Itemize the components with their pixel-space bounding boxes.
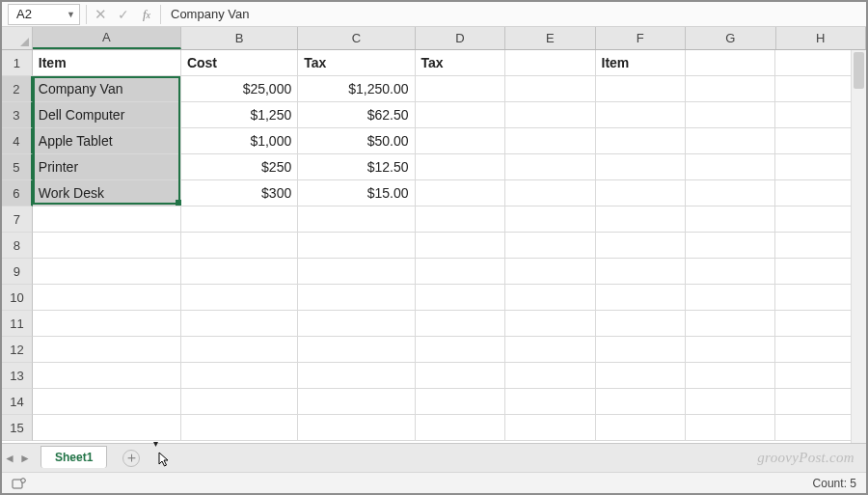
cell-B15[interactable] (181, 415, 298, 441)
cell-F9[interactable] (596, 259, 686, 285)
cell-C13[interactable] (298, 363, 415, 389)
grid[interactable]: 1ItemCostTaxTaxItem2Company Van$25,000$1… (2, 50, 866, 443)
cell-D11[interactable] (416, 311, 505, 337)
cell-C10[interactable] (298, 285, 415, 311)
cell-C1[interactable]: Tax (298, 50, 415, 76)
row-header-15[interactable]: 15 (2, 415, 33, 441)
row-header-11[interactable]: 11 (2, 311, 33, 337)
cell-D9[interactable] (416, 259, 505, 285)
cell-B9[interactable] (181, 259, 298, 285)
cell-G7[interactable] (686, 206, 775, 233)
cell-E12[interactable] (505, 337, 595, 363)
cell-B6[interactable]: $300 (181, 180, 298, 206)
row-header-13[interactable]: 13 (2, 363, 33, 389)
cell-A9[interactable] (33, 259, 181, 285)
cell-A13[interactable] (33, 363, 181, 389)
cell-E7[interactable] (505, 206, 595, 233)
cell-F6[interactable] (596, 180, 686, 206)
cell-G9[interactable] (686, 259, 775, 285)
row-header-14[interactable]: 14 (2, 389, 33, 415)
chevron-down-icon[interactable]: ▼ (67, 10, 75, 19)
cell-F10[interactable] (596, 285, 686, 311)
column-header-A[interactable]: A (33, 27, 181, 49)
cell-F12[interactable] (596, 337, 686, 363)
cell-D2[interactable] (416, 76, 505, 102)
column-header-H[interactable]: H (776, 27, 866, 49)
cell-A2[interactable]: Company Van (33, 76, 181, 102)
cell-E4[interactable] (505, 128, 595, 154)
cell-F11[interactable] (596, 311, 686, 337)
cell-B10[interactable] (181, 285, 298, 311)
column-header-C[interactable]: C (298, 27, 415, 49)
row-header-9[interactable]: 9 (2, 259, 33, 285)
cell-D3[interactable] (416, 102, 505, 128)
row-header-4[interactable]: 4 (2, 128, 33, 154)
cell-F15[interactable] (596, 415, 686, 441)
cell-B7[interactable] (181, 206, 298, 233)
cell-D5[interactable] (416, 154, 505, 180)
cell-B1[interactable]: Cost (181, 50, 298, 76)
cell-B5[interactable]: $250 (181, 154, 298, 180)
name-box[interactable]: A2 ▼ (8, 4, 80, 25)
column-header-B[interactable]: B (181, 27, 298, 49)
cell-G5[interactable] (686, 154, 775, 180)
cell-C3[interactable]: $62.50 (298, 102, 415, 128)
cell-A14[interactable] (33, 389, 181, 415)
scrollbar-thumb[interactable] (854, 52, 864, 89)
row-header-1[interactable]: 1 (2, 50, 33, 76)
cell-F8[interactable] (596, 233, 686, 259)
cell-A1[interactable]: Item (33, 50, 181, 76)
cell-B13[interactable] (181, 363, 298, 389)
row-header-5[interactable]: 5 (2, 154, 33, 180)
row-header-7[interactable]: 7 (2, 206, 33, 233)
cell-B8[interactable] (181, 233, 298, 259)
cell-C6[interactable]: $15.00 (298, 180, 415, 206)
cell-A6[interactable]: Work Desk (33, 180, 181, 206)
cell-A8[interactable] (33, 233, 181, 259)
cell-A11[interactable] (33, 311, 181, 337)
new-sheet-button[interactable]: ＋ (122, 450, 140, 467)
cell-A7[interactable] (33, 206, 181, 233)
cell-C9[interactable] (298, 259, 415, 285)
cell-E3[interactable] (505, 102, 595, 128)
cell-B3[interactable]: $1,250 (181, 102, 298, 128)
cell-C8[interactable] (298, 233, 415, 259)
accept-icon[interactable]: ✓ (112, 7, 135, 22)
cell-A5[interactable]: Printer (33, 154, 181, 180)
cell-D8[interactable] (416, 233, 505, 259)
cell-F4[interactable] (596, 128, 686, 154)
cell-B4[interactable]: $1,000 (181, 128, 298, 154)
cell-G12[interactable] (686, 337, 775, 363)
cell-G15[interactable] (686, 415, 775, 441)
cell-E8[interactable] (505, 233, 595, 259)
cell-F1[interactable]: Item (596, 50, 686, 76)
cell-E1[interactable] (505, 50, 595, 76)
formula-input[interactable]: Company Van (163, 7, 866, 21)
column-header-F[interactable]: F (596, 27, 686, 49)
cell-G11[interactable] (686, 311, 775, 337)
cell-G14[interactable] (686, 389, 775, 415)
select-all-corner[interactable] (2, 27, 33, 49)
cell-G10[interactable] (686, 285, 775, 311)
cell-F14[interactable] (596, 389, 686, 415)
cell-F7[interactable] (596, 206, 686, 233)
cell-G6[interactable] (686, 180, 775, 206)
cell-G1[interactable] (686, 50, 775, 76)
cell-B2[interactable]: $25,000 (181, 76, 298, 102)
cell-E5[interactable] (505, 154, 595, 180)
cell-F3[interactable] (596, 102, 686, 128)
cell-A4[interactable]: Apple Tablet (33, 128, 181, 154)
cell-F5[interactable] (596, 154, 686, 180)
cell-G4[interactable] (686, 128, 775, 154)
column-header-E[interactable]: E (505, 27, 595, 49)
cell-B12[interactable] (181, 337, 298, 363)
cell-D15[interactable] (416, 415, 505, 441)
cell-E11[interactable] (505, 311, 595, 337)
cell-C12[interactable] (298, 337, 415, 363)
cell-C2[interactable]: $1,250.00 (298, 76, 415, 102)
cell-C5[interactable]: $12.50 (298, 154, 415, 180)
cell-D4[interactable] (416, 128, 505, 154)
cell-G2[interactable] (686, 76, 775, 102)
row-header-3[interactable]: 3 (2, 102, 33, 128)
cell-G13[interactable] (686, 363, 775, 389)
